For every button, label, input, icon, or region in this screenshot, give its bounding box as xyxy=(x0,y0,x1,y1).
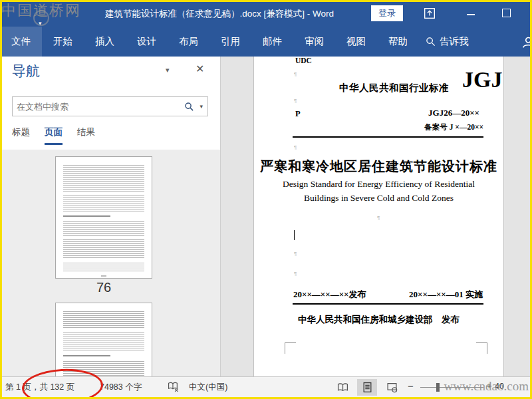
search-magnifier-icon[interactable] xyxy=(184,102,194,112)
zoom-out-button[interactable]: − xyxy=(408,380,414,392)
tab-view[interactable]: 视图 xyxy=(335,27,377,57)
standard-type-heading: 中华人民共和国行业标准 xyxy=(339,82,449,94)
document-title-english-line2: Buildings in Severe Cold and Cold Zones xyxy=(254,193,503,203)
page-thumbnail-77[interactable] xyxy=(55,303,152,376)
window-title: 建筑节能设计标准（征求意见稿）.docx [兼容模式] - Word xyxy=(105,8,334,20)
navigation-pane-title: 导航 xyxy=(12,62,40,80)
ribbon-display-options-icon[interactable] xyxy=(424,7,436,19)
tab-mailings[interactable]: 邮件 xyxy=(251,27,293,57)
tell-me-box[interactable]: 告诉我 xyxy=(419,27,475,57)
print-layout-button[interactable] xyxy=(357,379,377,396)
page-indicator[interactable]: 第 1 页，共 132 页 xyxy=(5,382,74,393)
paragraph-mark: ¶ xyxy=(294,71,297,77)
tab-home[interactable]: 开始 xyxy=(42,27,84,57)
udc-label: UDC xyxy=(295,57,312,65)
search-options-caret-icon[interactable]: ▾ xyxy=(200,103,203,110)
tell-me-label: 告诉我 xyxy=(440,35,469,48)
nav-tab-pages[interactable]: 页面 xyxy=(45,126,63,145)
document-title-english-line1: Design Standard for Energy Efficiency of… xyxy=(254,179,503,190)
zoom-in-button[interactable]: + xyxy=(486,380,492,391)
status-bar: 第 1 页，共 132 页 74983 个字 中文(中国) xyxy=(0,376,532,399)
p-label: P xyxy=(295,109,301,119)
read-mode-button[interactable] xyxy=(332,379,352,396)
paragraph-mark: ¶ xyxy=(294,98,297,104)
page-thumbnail-76[interactable] xyxy=(55,156,152,279)
title-bar: ▾ 建筑节能设计标准（征求意见稿）.docx [兼容模式] - Word 登录 xyxy=(0,0,532,27)
thumbnail-page-number: 76 xyxy=(55,280,152,295)
nav-tab-results[interactable]: 结果 xyxy=(77,126,95,145)
text-cursor xyxy=(294,230,295,240)
publisher-line: 中华人民共和国住房和城乡建设部 发布 xyxy=(254,314,503,326)
navigation-pane: 导航 ▾ ✕ ▾ 标题 页面 结果 xyxy=(2,57,221,376)
web-layout-button[interactable] xyxy=(382,379,402,396)
text-boundary-corner-left xyxy=(285,342,296,354)
zoom-slider-track[interactable] xyxy=(420,387,483,388)
divider-line-bottom xyxy=(293,303,483,305)
paragraph-mark: ¶ xyxy=(294,271,297,277)
zoom-slider-thumb[interactable] xyxy=(436,383,440,392)
search-input[interactable] xyxy=(13,102,184,112)
issue-date: 20××—××—××发布 xyxy=(293,289,366,301)
navigation-tabs: 标题 页面 结果 xyxy=(12,126,95,145)
navigation-options-caret-icon[interactable]: ▾ xyxy=(166,66,170,74)
quick-access-caret-icon[interactable]: ▾ xyxy=(39,20,42,27)
share-person-icon[interactable] xyxy=(519,36,532,49)
word-window: ▾ 建筑节能设计标准（征求意见稿）.docx [兼容模式] - Word 登录 … xyxy=(0,0,532,399)
word-count[interactable]: 74983 个字 xyxy=(100,382,142,393)
ribbon-tab-bar: 文件 开始 插入 设计 布局 引用 邮件 审阅 视图 帮助 告诉我 xyxy=(0,27,532,57)
divider-line-top xyxy=(293,136,483,138)
document-page[interactable]: UDC 中华人民共和国行业标准 JGJ P JGJ26—20×× 备案号 J ×… xyxy=(253,57,504,376)
tab-review[interactable]: 审阅 xyxy=(293,27,335,57)
paragraph-mark: ¶ xyxy=(294,251,297,257)
page-position: 第 1 页， xyxy=(5,382,39,392)
nav-tab-headings[interactable]: 标题 xyxy=(12,126,30,145)
jgj-logo-text: JGJ xyxy=(462,67,502,92)
proofing-errors-icon[interactable] xyxy=(168,381,179,392)
maximize-button[interactable] xyxy=(502,9,511,17)
tab-insert[interactable]: 插入 xyxy=(84,27,126,57)
paragraph-mark: ¶ xyxy=(294,144,297,150)
document-area: UDC 中华人民共和国行业标准 JGJ P JGJ26—20×× 备案号 J ×… xyxy=(221,57,530,376)
document-search-box: ▾ xyxy=(12,96,208,116)
page-thumbnail-list: 76 xyxy=(2,150,220,376)
language-indicator[interactable]: 中文(中国) xyxy=(189,382,227,393)
page-total: 共 132 页 xyxy=(39,382,74,392)
tab-help[interactable]: 帮助 xyxy=(377,27,419,57)
zoom-percentage[interactable]: 40 xyxy=(495,382,504,391)
paragraph-mark: ¶ xyxy=(377,215,380,221)
tab-layout[interactable]: 布局 xyxy=(168,27,209,57)
tab-references[interactable]: 引用 xyxy=(209,27,251,57)
text-boundary-corner-right xyxy=(476,342,487,354)
search-icon xyxy=(426,37,436,47)
tab-design[interactable]: 设计 xyxy=(126,27,168,57)
tab-file[interactable]: 文件 xyxy=(0,27,42,57)
document-title-chinese: 严寒和寒冷地区居住建筑节能设计标准 xyxy=(254,158,503,176)
record-number: 备案号 J ×—20×× xyxy=(424,122,483,132)
navigation-close-icon[interactable]: ✕ xyxy=(196,63,204,75)
standard-number: JGJ26—20×× xyxy=(428,108,479,118)
sign-in-button[interactable]: 登录 xyxy=(371,5,403,21)
minimize-button[interactable] xyxy=(467,14,475,15)
implement-date: 20××—××—01 实施 xyxy=(409,289,483,301)
